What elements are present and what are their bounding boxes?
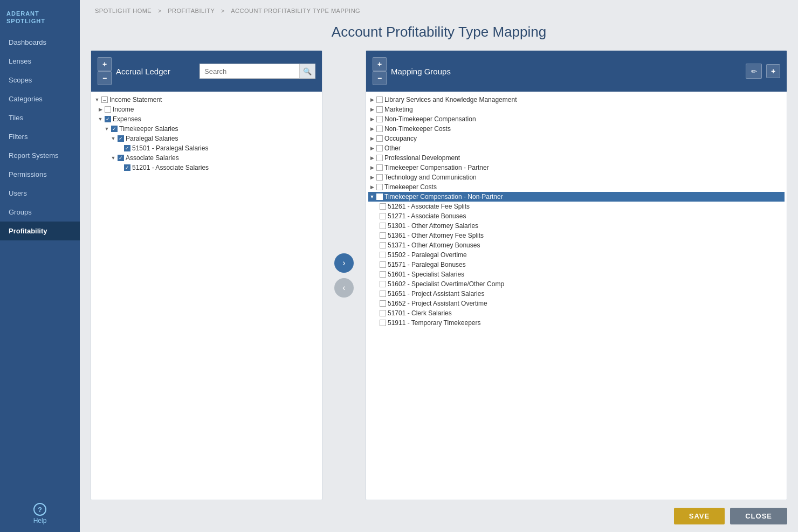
list-item[interactable]: 51651 - Project Assistant Salaries (368, 289, 785, 299)
breadcrumb-sep-1: > (158, 8, 163, 14)
item-checkbox (376, 96, 383, 103)
forward-arrow-button[interactable]: › (334, 253, 354, 273)
item-label: 51261 - Associate Fee Splits (388, 203, 783, 210)
list-item[interactable]: Timekeeper Compensation - Non-Partner (368, 192, 785, 202)
list-item[interactable]: 51271 - Associate Bonuses (368, 211, 785, 221)
item-checkbox (376, 135, 383, 142)
search-input[interactable] (200, 64, 299, 79)
list-item[interactable]: 51502 - Paralegal Overtime (368, 250, 785, 260)
item-label: 51501 - Paralegal Salaries (132, 144, 319, 152)
list-item[interactable]: Income Statement (93, 95, 320, 105)
sidebar-item-filters[interactable]: Filters (0, 127, 80, 146)
item-checkbox (380, 300, 386, 307)
collapse-all-btn-left[interactable]: − (98, 71, 112, 85)
item-label: Marketing (384, 106, 783, 113)
edit-button[interactable]: ✏ (746, 64, 762, 79)
expand-all-btn-right[interactable]: + (373, 57, 387, 71)
item-checkbox (380, 213, 386, 219)
list-item[interactable]: Professional Development (368, 153, 785, 163)
save-button[interactable]: SAVE (674, 508, 725, 524)
mapping-groups-header: + − Mapping Groups ✏ + (366, 51, 787, 92)
item-checkbox (124, 145, 130, 151)
sidebar-help[interactable]: ? Help (0, 495, 80, 532)
list-item[interactable]: Library Services and Knowledge Managemen… (368, 95, 785, 105)
sidebar-item-lenses[interactable]: Lenses (0, 52, 80, 71)
breadcrumb: SPOTLIGHT HOME > PROFITABILITY > ACCOUNT… (80, 0, 798, 17)
back-arrow-button[interactable]: ‹ (334, 278, 354, 298)
list-item[interactable]: 51201 - Associate Salaries (93, 163, 320, 172)
list-item[interactable]: 51911 - Temporary Timekeepers (368, 318, 785, 328)
arrow-icon (373, 204, 378, 209)
list-item[interactable]: 51571 - Paralegal Bonuses (368, 260, 785, 270)
sidebar-item-permissions[interactable]: Permissions (0, 165, 80, 184)
item-checkbox (380, 223, 386, 229)
breadcrumb-part-1[interactable]: SPOTLIGHT HOME (95, 8, 152, 14)
list-item[interactable]: Timekeeper Salaries (93, 124, 320, 134)
arrow-icon (117, 146, 122, 151)
list-item[interactable]: Paralegal Salaries (93, 134, 320, 143)
sidebar: ADERANT SPOTLIGHT Dashboards Lenses Scop… (0, 0, 80, 532)
list-item[interactable]: Technology and Communication (368, 172, 785, 182)
arrow-icon (373, 320, 378, 326)
sidebar-item-users[interactable]: Users (0, 184, 80, 203)
item-label: Timekeeper Costs (384, 183, 783, 191)
item-checkbox (376, 184, 383, 190)
sidebar-item-tiles[interactable]: Tiles (0, 108, 80, 127)
list-item[interactable]: 51261 - Associate Fee Splits (368, 202, 785, 211)
list-item[interactable]: Expenses (93, 114, 320, 124)
sidebar-item-scopes[interactable]: Scopes (0, 71, 80, 89)
accrual-ledger-header: + − Accrual Ledger 🔍 (91, 51, 322, 92)
help-label: Help (33, 517, 47, 524)
expand-all-btn-left[interactable]: + (98, 57, 112, 71)
list-item[interactable]: Timekeeper Compensation - Partner (368, 163, 785, 172)
item-checkbox (118, 135, 124, 142)
item-checkbox (376, 164, 383, 171)
list-item[interactable]: Income (93, 105, 320, 114)
breadcrumb-part-2[interactable]: PROFITABILITY (168, 8, 215, 14)
list-item[interactable]: 51361 - Other Attorney Fee Splits (368, 231, 785, 240)
arrow-icon (369, 155, 375, 161)
sidebar-item-categories[interactable]: Categories (0, 89, 80, 108)
arrow-icon (111, 136, 116, 141)
sidebar-item-groups[interactable]: Groups (0, 203, 80, 222)
list-item[interactable]: 51601 - Specialist Salaries (368, 270, 785, 279)
item-checkbox (380, 291, 386, 297)
list-item[interactable]: Non-Timekeeper Compensation (368, 114, 785, 124)
arrow-icon (369, 126, 375, 132)
sidebar-label-lenses: Lenses (9, 57, 31, 65)
item-checkbox (118, 155, 124, 161)
list-item[interactable]: 51371 - Other Attorney Bonuses (368, 240, 785, 250)
sidebar-item-profitability[interactable]: Profitability (0, 222, 80, 240)
list-item[interactable]: 51652 - Project Assistant Overtime (368, 299, 785, 308)
list-item[interactable]: Timekeeper Costs (368, 182, 785, 192)
sidebar-label-filters: Filters (9, 133, 27, 141)
list-item[interactable]: 51301 - Other Attorney Salaries (368, 221, 785, 231)
list-item[interactable]: 51501 - Paralegal Salaries (93, 143, 320, 153)
item-label: Non-Timekeeper Costs (384, 125, 783, 133)
arrow-icon (98, 107, 103, 112)
list-item[interactable]: Other (368, 143, 785, 153)
list-item[interactable]: Associate Salaries (93, 153, 320, 163)
page-title: Account Profitability Type Mapping (80, 17, 798, 50)
item-label: Professional Development (384, 154, 783, 162)
close-button[interactable]: CLOSE (730, 508, 787, 524)
list-item[interactable]: Marketing (368, 105, 785, 114)
sidebar-item-report-systems[interactable]: Report Systems (0, 146, 80, 165)
arrow-icon (373, 281, 378, 287)
collapse-all-btn-right[interactable]: − (373, 71, 387, 85)
list-item[interactable]: 51701 - Clerk Salaries (368, 308, 785, 318)
list-item[interactable]: Occupancy (368, 134, 785, 143)
sidebar-item-dashboards[interactable]: Dashboards (0, 33, 80, 52)
sidebar-label-tiles: Tiles (9, 114, 23, 122)
sidebar-label-dashboards: Dashboards (9, 38, 46, 46)
list-item[interactable]: Non-Timekeeper Costs (368, 124, 785, 134)
item-label: Paralegal Salaries (126, 135, 319, 142)
arrow-icon (373, 301, 378, 306)
list-item[interactable]: 51602 - Specialist Overtime/Other Comp (368, 279, 785, 289)
item-label: Associate Salaries (126, 154, 319, 162)
add-mapping-group-button[interactable]: + (766, 64, 780, 78)
arrow-icon (98, 116, 103, 122)
search-button[interactable]: 🔍 (299, 64, 315, 79)
search-row: 🔍 (200, 64, 315, 79)
arrow-icon (369, 107, 375, 112)
